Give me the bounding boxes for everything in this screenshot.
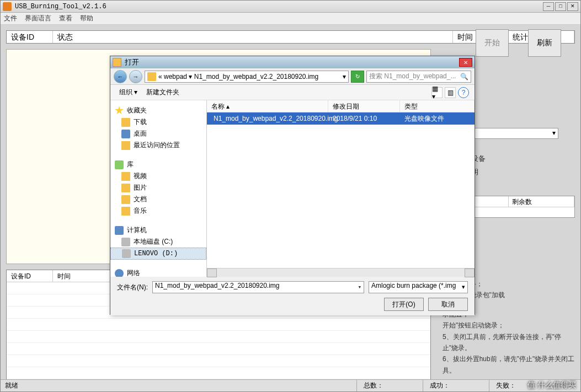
status-total: 总数： [356,380,423,391]
new-folder-button[interactable]: 新建文件夹 [143,87,183,98]
tree-documents[interactable]: 文档 [110,194,206,205]
filetype-select[interactable]: Amlogic burn package (*.img [369,281,468,293]
tree-disk-c[interactable]: 本地磁盘 (C:) [110,236,206,248]
table-row [7,355,430,367]
help-button[interactable]: ? [458,87,469,98]
main-window: USB_Burning_Tool_v2.1.6 ─ □ ✕ 文件 界面语言 查看… [0,0,581,392]
nav-forward-button[interactable]: → [129,70,142,83]
dialog-close-button[interactable]: ✕ [459,58,472,67]
cancel-button[interactable]: 取消 [428,298,468,311]
menu-help[interactable]: 帮助 [80,14,93,23]
menu-file[interactable]: 文件 [4,14,17,23]
menu-view[interactable]: 查看 [59,14,72,23]
close-button[interactable]: ✕ [567,2,578,11]
folder-icon [121,118,130,127]
tree-favorites[interactable]: 收藏夹 [110,105,206,116]
titlebar: USB_Burning_Tool_v2.1.6 ─ □ ✕ [1,1,580,13]
minimize-button[interactable]: ─ [543,2,554,11]
col-status: 状态 [53,31,453,43]
view-options-button[interactable]: ▦ ▾ [431,87,443,98]
refresh-button[interactable]: 刷新 [528,29,561,57]
dialog-title: 打开 [125,57,459,67]
tree-videos[interactable]: 视频 [110,170,206,182]
star-icon [115,106,124,115]
maximize-button[interactable]: □ [555,2,566,11]
nav-back-button[interactable]: ← [114,70,127,83]
header-name[interactable]: 名称 ▴ [207,100,328,112]
filename-input[interactable]: N1_mod_by_webpad_v2.2_20180920.img [152,281,364,293]
folder-icon [147,72,156,81]
nav-go-button[interactable]: ↻ [351,71,364,83]
pictures-icon [121,184,130,192]
dialog-toolbar: 组织 ▾ 新建文件夹 ▦ ▾ ▥ ? [110,85,475,100]
folder-icon [121,141,130,150]
library-icon [115,160,124,169]
disk-icon [121,238,130,246]
tree-libraries[interactable]: 库 [110,159,206,170]
search-input[interactable]: 搜索 N1_mod_by_webpad_... 🔍 [366,71,471,83]
video-icon [121,172,130,181]
status-ready: 就绪 [4,380,356,391]
network-icon [115,269,124,277]
tree-downloads[interactable]: 下载 [110,116,206,128]
menubar: 文件 界面语言 查看 帮助 [1,13,580,25]
dialog-nav: ← → « webpad ▾ N1_mod_by_webpad_v2.2_201… [110,68,475,85]
start-button[interactable]: 开始 [476,29,509,57]
stats-col-remain: 剩余数 [509,196,574,207]
log-col-device-id: 设备ID [7,270,53,282]
hint-line: 6、拔出外置hub前，请先"停止"烧录并关闭工具。 [443,353,575,376]
open-file-dialog: 打开 ✕ ← → « webpad ▾ N1_mod_by_webpad_v2.… [110,56,475,315]
tree-desktop[interactable]: 桌面 [110,128,206,139]
folder-tree: 收藏夹 下载 桌面 最近访问的位置 库 视频 图片 文档 音乐 计算机 本地磁盘… [110,100,207,277]
folder-icon [113,58,121,67]
hint-line: 开始"按钮启动烧录； [443,320,575,331]
table-row [7,343,430,355]
preview-pane-button[interactable]: ▥ [445,87,456,98]
open-button[interactable]: 打开(O) [384,298,424,311]
status-success: 成功： [423,380,489,391]
file-list: 名称 ▴ 修改日期 类型 N1_mod_by_webpad_v2.2_20180… [207,100,475,277]
file-row-selected[interactable]: N1_mod_by_webpad_v2.2_20180920.img 2018/… [207,112,475,125]
dialog-footer: 文件名(N): N1_mod_by_webpad_v2.2_20180920.i… [110,277,475,315]
documents-icon [121,195,130,204]
dialog-titlebar: 打开 ✕ [110,56,475,68]
breadcrumb[interactable]: « webpad ▾ N1_mod_by_webpad_v2.2_2018092… [145,71,349,83]
tree-disk-d[interactable]: LENOVO (D:) [110,248,206,260]
watermark: 值 什么值得买 [527,380,576,390]
table-row [7,331,430,343]
col-device-id: 设备ID [7,31,53,43]
table-row [7,367,430,379]
table-row [7,319,430,331]
tree-network[interactable]: 网络 [110,267,206,277]
header-date[interactable]: 修改日期 [328,100,400,112]
tree-computer[interactable]: 计算机 [110,224,206,236]
horizontal-scrollbar[interactable] [207,268,475,277]
disk-icon [122,249,131,258]
music-icon [121,207,130,216]
header-type[interactable]: 类型 [400,100,475,112]
menu-language[interactable]: 界面语言 [25,14,51,23]
tree-pictures[interactable]: 图片 [110,182,206,194]
hint-line: 5、关闭工具前，先断开设备连接，再"停止"烧录。 [443,331,575,354]
app-icon [3,2,12,11]
dialog-body: 收藏夹 下载 桌面 最近访问的位置 库 视频 图片 文档 音乐 计算机 本地磁盘… [110,100,475,277]
desktop-icon [121,130,130,138]
organize-button[interactable]: 组织 ▾ [116,87,141,98]
file-list-header: 名称 ▴ 修改日期 类型 [207,100,475,112]
tree-recent[interactable]: 最近访问的位置 [110,139,206,151]
computer-icon [115,226,124,235]
tree-music[interactable]: 音乐 [110,205,206,217]
filename-label: 文件名(N): [117,283,148,292]
window-title: USB_Burning_Tool_v2.1.6 [15,3,543,10]
statusbar: 就绪 总数： 成功： 失败： [1,379,580,391]
